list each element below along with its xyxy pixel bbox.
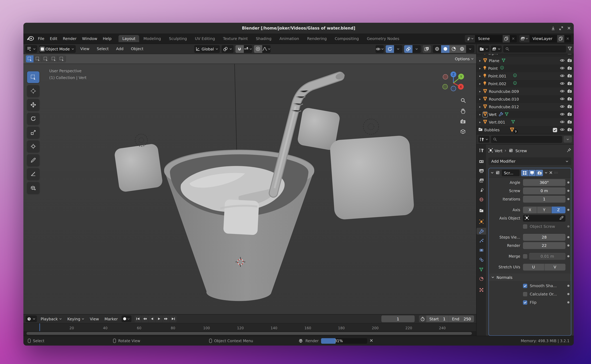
scrollbar-thumb[interactable] [27,332,472,335]
view-layer-copy-icon[interactable] [557,35,564,42]
mesh-data-icon[interactable] [511,120,515,125]
flip-checkbox[interactable] [523,300,527,305]
hide-viewport-icon[interactable] [560,54,564,55]
hide-render-icon[interactable] [567,74,572,78]
options-button[interactable]: Options [455,57,474,61]
maximize-icon[interactable] [559,26,563,30]
tool-move[interactable] [27,99,39,111]
steps-render-field[interactable]: 22 [523,242,565,249]
expand-icon[interactable] [478,106,481,108]
calculate-order-checkbox[interactable] [523,292,527,296]
outliner-row[interactable]: Point.001 [477,72,574,80]
modifier-name-field[interactable]: Scr... [502,169,520,176]
mesh-data-icon[interactable] [505,112,509,117]
title-bar[interactable]: Blender [/home/joker/Videos/Glass of wat… [23,23,574,33]
outliner-search-input[interactable] [511,46,564,51]
select-intersect-button[interactable] [58,55,66,62]
mesh-object-icon[interactable] [483,104,487,110]
gizmo-settings-button[interactable] [394,45,402,53]
breadcrumb-object[interactable]: Vert [495,148,503,153]
collection-icon[interactable] [478,128,483,132]
object-name[interactable]: Roundcube.009 [489,89,519,94]
expand-icon[interactable] [478,98,481,100]
next-keyframe-button[interactable] [163,315,170,322]
decorator-dot[interactable] [567,293,569,295]
object-name[interactable]: Plane [489,58,499,63]
modifier-realtime-toggle[interactable] [529,169,536,176]
hide-viewport-icon[interactable] [560,97,564,101]
object-name[interactable]: Point.002 [488,81,506,86]
shading-material-button[interactable] [450,45,458,53]
hide-render-icon[interactable] [567,66,572,71]
pivot-point-button[interactable] [222,45,234,53]
modifier-drag-handle[interactable]: ∷∷ [554,172,558,173]
axis-object-field[interactable] [523,215,565,221]
object-name[interactable]: Light [488,54,498,55]
modifier-panel-header[interactable]: Scr... ∷∷ [489,168,571,178]
shading-settings-button[interactable] [466,45,474,53]
light-data-icon[interactable] [500,66,504,71]
properties-search[interactable] [491,136,562,143]
overlays-settings-button[interactable] [412,45,421,53]
tab-constraints[interactable] [477,256,486,263]
hide-render-icon[interactable] [567,89,572,94]
pan-hand-icon[interactable] [460,108,466,115]
outliner-display-mode-button[interactable] [491,46,502,52]
tool-measure[interactable] [27,168,39,180]
shading-rendered-button[interactable] [458,45,466,53]
show-gizmo-toggle[interactable] [386,45,394,53]
menu-file[interactable]: File [35,35,47,43]
mesh-object-icon[interactable] [483,58,487,63]
expand-icon[interactable] [478,75,481,77]
hide-render-icon[interactable] [567,104,572,109]
menu-view[interactable]: View [78,45,92,53]
outliner-filter-icon[interactable] [568,46,572,52]
tab-render[interactable] [477,158,486,165]
light-object-icon[interactable] [483,54,487,56]
tool-add-cube[interactable] [27,182,39,194]
collection-checkbox[interactable] [553,128,557,132]
breadcrumb-modifier[interactable]: Screw [515,148,527,153]
modifier-editmode-toggle[interactable] [521,169,528,176]
menu-render[interactable]: Render [60,35,79,43]
light-data-icon[interactable] [500,54,504,56]
tool-rotate[interactable] [27,113,39,124]
pin-icon[interactable] [567,148,571,153]
axis-y-button[interactable]: Y [537,207,551,213]
object-name[interactable]: Roundcube.010 [489,97,519,101]
zoom-icon[interactable] [460,98,466,104]
mesh-object-icon[interactable] [483,89,487,94]
tool-annotate[interactable] [27,154,39,166]
tab-sculpting[interactable]: Sculpting [165,35,191,42]
smooth-shading-checkbox[interactable] [523,284,527,288]
use-preview-range-icon[interactable] [419,315,426,322]
snap-settings-button[interactable] [244,45,252,53]
jump-to-end-button[interactable] [170,315,176,322]
outliner-row[interactable]: Plane [477,57,574,65]
proportional-editing-toggle[interactable] [254,45,262,53]
collection-name[interactable]: Bubbles [484,128,500,132]
transform-orientation[interactable]: Global [194,45,220,53]
light-object-icon[interactable] [483,81,487,86]
tab-world[interactable] [477,196,486,203]
hide-viewport-icon[interactable] [560,58,564,63]
timeline-ruler[interactable]: 20 40 60 80 100 120 140 160 180 200 220 … [23,323,476,331]
tab-uv-editing[interactable]: UV Editing [191,35,219,42]
decorator-dot[interactable] [567,190,569,192]
decorator-dot[interactable] [567,301,569,303]
menu-object[interactable]: Object [128,45,146,53]
modifier-wrench-icon[interactable] [499,112,503,117]
outliner-row-collection[interactable]: Bubbles 9 [477,126,574,134]
navigation-gizmo[interactable]: Z Y X [439,69,468,97]
hide-render-icon[interactable] [567,112,572,117]
normals-subpanel-header[interactable]: Normals [489,274,571,281]
light-object-icon[interactable] [483,66,487,71]
snap-toggle[interactable] [235,45,244,53]
add-modifier-button[interactable]: Add Modifier [489,157,571,165]
tab-geometry-nodes[interactable]: Geometry Nodes [363,35,403,42]
menu-keying[interactable]: Keying [66,317,86,321]
jump-to-start-button[interactable] [134,315,141,322]
tab-particles[interactable] [477,237,486,244]
play-reverse-button[interactable] [148,315,156,322]
decorator-dot[interactable] [567,225,569,228]
